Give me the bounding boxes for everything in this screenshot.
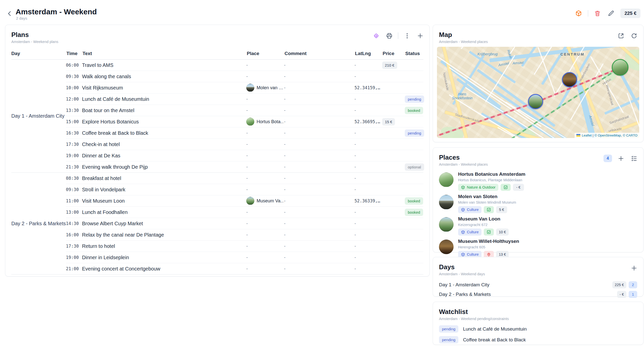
plan-place-empty: - <box>246 153 284 158</box>
plan-latlng: - <box>354 187 382 192</box>
places-checklist-button[interactable] <box>630 154 638 163</box>
day-label: Day 1 - Amsterdam City <box>439 282 490 288</box>
plans-actions <box>372 31 424 40</box>
plan-row[interactable]: 11:00Visit Museum LoonMuseum Va…-52.3633… <box>66 195 423 207</box>
plan-place-empty: - <box>246 187 284 192</box>
watchlist-header: Watchlist Amsterdam - Weekend pending/co… <box>433 302 643 321</box>
plan-row[interactable]: 13:00Lunch at Foodhallen---booked <box>66 207 423 218</box>
place-address: Keizersgracht 672 <box>458 223 509 227</box>
print-button[interactable] <box>385 31 393 40</box>
leaflet-link[interactable]: Leaflet <box>582 133 592 137</box>
map-subtitle: Amsterdam - Weekend places <box>439 40 637 44</box>
plan-place-empty: - <box>246 176 284 181</box>
place-avatar <box>439 217 454 232</box>
plan-row[interactable]: 16:00Relax by the canal near De Plantage… <box>66 229 423 241</box>
plan-text: Evening concert at Concertgebouw <box>82 266 246 272</box>
watchlist-item[interactable]: pendingCoffee break at Back to Black <box>439 336 637 343</box>
place-list-item[interactable]: Museum Willet-HolthuysenHerengracht 605C… <box>439 239 637 258</box>
delete-trip-button[interactable] <box>593 9 602 18</box>
trash-icon <box>594 10 601 17</box>
plan-latlng: - <box>354 63 382 68</box>
plan-row[interactable]: 15:00Explore Hortus BotanicusHortus Bota… <box>66 116 423 127</box>
plan-text: Visit Rijksmuseum <box>82 85 246 91</box>
plan-time: 19:00 <box>66 255 82 260</box>
plan-time: 10:00 <box>66 85 82 90</box>
map-expand-button[interactable] <box>617 31 625 40</box>
day-group-label: Day 2 - Parks & Markets <box>11 173 66 274</box>
plan-place-empty: - <box>246 74 284 79</box>
plan-place-chip[interactable]: Hortus Bota… <box>246 118 284 126</box>
pending-badge: pending <box>439 336 458 343</box>
plan-row[interactable]: 09:30Walk along the canals--- <box>66 71 423 82</box>
col-price: Price <box>383 51 405 56</box>
status-badge: booked <box>405 209 423 216</box>
plan-comment: - <box>284 221 354 226</box>
edit-trip-button[interactable] <box>607 9 615 18</box>
top-header: Amsterdam - Weekend 2 days 225 € <box>0 0 644 25</box>
map-attribution: Leaflet | © OpenStreetMap, © CARTO <box>575 133 639 138</box>
day-list-item[interactable]: Day 2 - Parks & Markets- €1 <box>439 290 637 299</box>
export-button[interactable] <box>574 9 583 18</box>
add-place-button[interactable] <box>617 154 625 163</box>
plan-row[interactable]: 21:00Evening concert at Concertgebouw--- <box>66 263 423 274</box>
place-list-item[interactable]: Hortus Botanicus AmsterdamHortus Botanic… <box>439 171 637 191</box>
plan-row[interactable]: 19:00Dinner at De Kas--- <box>66 150 423 161</box>
plan-row[interactable]: 10:00Visit RijksmuseumMolen van …-52.341… <box>66 82 423 94</box>
watchlist-subtitle: Amsterdam - Weekend pending/constraints <box>439 317 637 321</box>
day-list-item[interactable]: Day 1 - Amsterdam City225 €2 <box>439 280 637 290</box>
watchlist-item[interactable]: pendingLunch at Café de Museumtuin <box>439 325 637 333</box>
plan-comment: - <box>284 232 354 238</box>
plan-row[interactable]: 09:30Stroll in Vondelpark--- <box>66 184 423 195</box>
osm-link[interactable]: © OpenStreetMap, <box>594 133 622 137</box>
plan-row[interactable]: 12:00Lunch at Café de Museumtuin---pendi… <box>66 94 423 105</box>
map-road-shape <box>441 47 470 138</box>
plan-time: 12:00 <box>66 97 82 102</box>
plan-row[interactable]: 19:00Dinner in Leidseplein--- <box>66 252 423 263</box>
plan-row[interactable]: 21:30Evening walk through De Pijp---opti… <box>66 161 423 172</box>
plan-row[interactable]: 06:00Travel to AMS---210 € <box>66 60 423 71</box>
plan-row[interactable]: 14:30Browse Albert Cuyp Market--- <box>66 218 423 229</box>
check-square-icon <box>503 185 508 190</box>
places-panel: Places Amsterdam - Weekend places 4 Hort… <box>433 147 643 252</box>
map-marker[interactable] <box>528 94 543 109</box>
carto-link[interactable]: © CARTO <box>623 133 637 137</box>
days-header: Days Amsterdam - Weekend days <box>433 257 643 276</box>
plan-place-chip[interactable]: Molen van … <box>246 84 284 92</box>
plan-row[interactable]: 16:30Coffee break at Back to Black---pen… <box>66 127 423 139</box>
plans-subtitle: Amsterdam - Weekend plans <box>11 40 423 44</box>
days-actions <box>630 264 638 272</box>
add-day-button[interactable] <box>630 264 638 272</box>
plan-place-chip[interactable]: Museum Va… <box>246 197 284 205</box>
plan-time: 09:30 <box>66 187 82 192</box>
plan-text: Evening walk through De Pijp <box>82 164 246 170</box>
plan-latlng: 52.36339,… <box>354 198 382 203</box>
plan-time: 17:30 <box>66 142 82 147</box>
plan-row[interactable]: 17:30Return to hotel--- <box>66 241 423 252</box>
plan-row[interactable]: 13:30Boat tour on the Amstel---booked <box>66 105 423 116</box>
map-marker[interactable] <box>562 72 577 87</box>
plan-day-group: Day 2 - Parks & Markets08:30Breakfast at… <box>11 173 423 275</box>
place-body: Museum Van LoonKeizersgracht 672Culture1… <box>458 216 509 236</box>
plan-text: Explore Hortus Botanicus <box>82 119 246 125</box>
map-marker[interactable] <box>612 59 628 76</box>
map-refresh-button[interactable] <box>630 31 638 40</box>
ukraine-flag-icon <box>576 134 580 137</box>
add-plan-button[interactable] <box>416 31 424 40</box>
plan-place-empty: - <box>246 97 284 102</box>
plan-rows: 08:30Breakfast at hotel---09:30Stroll in… <box>66 173 423 274</box>
plan-row[interactable]: 17:30Check-in at hotel--- <box>66 139 423 150</box>
plan-latlng: - <box>354 210 382 215</box>
back-button[interactable] <box>6 10 14 18</box>
plan-time: 06:00 <box>66 63 82 68</box>
place-list-item[interactable]: Museum Van LoonKeizersgracht 672Culture1… <box>439 216 637 236</box>
plan-latlng: - <box>354 74 382 79</box>
optimize-route-button[interactable] <box>372 31 380 40</box>
plan-row[interactable]: 08:30Breakfast at hotel--- <box>66 173 423 184</box>
status-badge: booked <box>405 197 423 205</box>
plan-status-cell: pending <box>405 129 423 137</box>
place-list-item[interactable]: Molen van SlotenMolen van Sloten Windmil… <box>439 194 637 213</box>
plans-menu-button[interactable] <box>403 31 411 40</box>
plan-text: Lunch at Café de Museumtuin <box>82 96 246 102</box>
leaflet-map[interactable]: KrijtbergbrugRokinAmstelAmstelCENTRUMWat… <box>437 47 639 138</box>
plan-text: Walk along the canals <box>82 74 246 79</box>
